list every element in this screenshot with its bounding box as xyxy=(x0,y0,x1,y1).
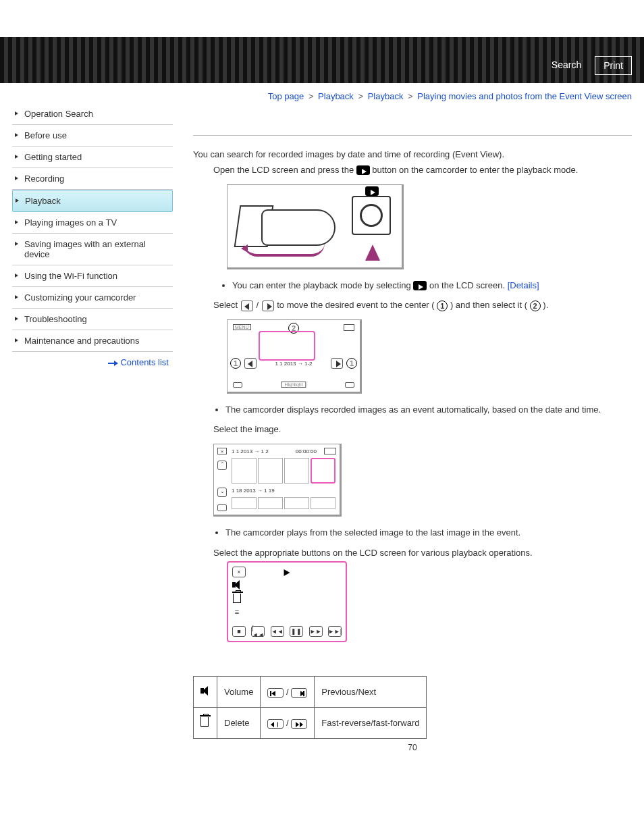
sidebar-item-recording[interactable]: Recording xyxy=(12,168,173,190)
switch-button-graphic xyxy=(324,448,336,454)
print-button[interactable]: Print xyxy=(595,56,632,75)
fast-forward-icon: ►► xyxy=(309,626,323,637)
cell-icon xyxy=(194,708,217,739)
sidebar-item-getting-started[interactable]: Getting started xyxy=(12,147,173,168)
nav-left-icon xyxy=(241,301,253,311)
header-band: Search Print xyxy=(0,37,644,83)
page-number: 70 xyxy=(193,743,632,752)
mode-button-graphic xyxy=(344,324,354,331)
nav-right-icon xyxy=(262,301,274,311)
playback-icon xyxy=(413,281,427,290)
fast-reverse-icon: ◄◄ xyxy=(271,626,284,637)
breadcrumb-playback-2[interactable]: Playback xyxy=(368,91,404,101)
breadcrumb: Top page > Playback > Playback > Playing… xyxy=(193,87,632,135)
prev-icon xyxy=(267,688,284,698)
next-icon xyxy=(291,688,307,698)
stop-icon: ■ xyxy=(232,626,246,637)
breadcrumb-current[interactable]: Playing movies and photos from the Event… xyxy=(417,91,632,101)
cell-icon: / xyxy=(261,708,315,739)
step-open-lcd: Open the LCD screen and press the button… xyxy=(213,163,632,178)
contents-list-link[interactable]: Contents list xyxy=(120,357,169,367)
table-row: Delete / Fast-reverse/fast-forward xyxy=(194,708,427,739)
sidebar-item-playing-tv[interactable]: Playing images on a TV xyxy=(12,212,173,234)
nav-right-icon xyxy=(331,358,343,369)
bottom-left-button-graphic xyxy=(233,382,242,388)
sidebar-item-playback[interactable]: Playback xyxy=(12,190,173,212)
sidebar: Operation Search Before use Getting star… xyxy=(0,83,173,367)
bullet-auto-event: The camcorder displays recorded images a… xyxy=(225,403,632,417)
sidebar-item-customizing[interactable]: Customizing your camcorder xyxy=(12,287,173,309)
arrow-right-icon xyxy=(108,363,117,364)
cell-label: Previous/Next xyxy=(315,677,427,708)
table-row: Volume / Previous/Next xyxy=(194,677,427,708)
arrow-up-icon xyxy=(365,244,380,261)
circled-1-icon: 1 xyxy=(437,301,448,311)
fast-reverse-icon xyxy=(267,719,284,729)
breadcrumb-top[interactable]: Top page xyxy=(268,91,304,101)
event-thumbnail-highlight xyxy=(259,331,315,361)
nav-left-icon xyxy=(244,358,257,369)
menu-button-graphic: MENU xyxy=(233,324,251,330)
next-icon: ►►| xyxy=(328,626,342,637)
details-link[interactable]: [Details] xyxy=(508,280,539,290)
figure-event-view: MENU 2 1 1 1 2013 → 1-2 1 Highlight xyxy=(227,319,362,394)
search-button[interactable]: Search xyxy=(543,56,589,75)
bottom-right-button-graphic xyxy=(345,382,354,388)
close-icon: × xyxy=(217,448,227,454)
context-icon: ≡ xyxy=(232,607,242,617)
close-icon: × xyxy=(232,567,246,577)
volume-icon xyxy=(232,580,242,590)
selected-thumbnail xyxy=(311,458,336,484)
sidebar-item-operation-search[interactable]: Operation Search xyxy=(12,103,173,125)
event-date-label: 1 1 2013 → 1-2 xyxy=(275,361,312,367)
play-icon xyxy=(284,569,290,576)
sidebar-item-maintenance[interactable]: Maintenance and precautions xyxy=(12,330,173,352)
bullet-enter-playback: You can enter the playback mode by selec… xyxy=(232,279,632,292)
intro-text: You can search for recorded images by da… xyxy=(193,148,632,162)
scroll-up-icon: ⌃ xyxy=(217,461,227,470)
playback-icon xyxy=(356,165,370,175)
scroll-down-icon: ⌄ xyxy=(217,488,227,497)
pause-icon: ❚❚ xyxy=(290,626,303,637)
divider xyxy=(193,135,632,136)
delete-icon xyxy=(200,717,209,727)
step-select-image: Select the image. xyxy=(213,423,632,437)
sidebar-item-saving-external[interactable]: Saving images with an external device xyxy=(12,234,173,265)
fast-forward-icon xyxy=(291,719,307,729)
operations-table: Volume / Previous/Next Delete / Fast-rev… xyxy=(193,676,427,739)
cell-label: Volume xyxy=(217,677,261,708)
sidebar-item-troubleshooting[interactable]: Troubleshooting xyxy=(12,309,173,330)
cell-label: Fast-reverse/fast-forward xyxy=(315,708,427,739)
circled-2-icon: 2 xyxy=(530,301,541,311)
content-area: Top page > Playback > Playback > Playing… xyxy=(173,83,644,766)
step-playback-ops: Select the appropriate buttons on the LC… xyxy=(213,546,632,561)
date-range-2: 1 18 2013 → 1 19 xyxy=(232,488,275,494)
cell-icon: / xyxy=(261,677,315,708)
figure-image-grid: × 1 1 2013 → 1 2 00:00:00 ⌃ ⌄ 1 18 2013 … xyxy=(213,444,342,517)
breadcrumb-playback-1[interactable]: Playback xyxy=(318,91,354,101)
sidebar-item-wifi[interactable]: Using the Wi-Fi function xyxy=(12,265,173,287)
volume-icon xyxy=(200,686,210,696)
bullet-plays-from: The camcorder plays from the selected im… xyxy=(225,526,632,540)
figure-camcorder xyxy=(227,184,404,269)
delete-icon xyxy=(232,594,242,603)
bottom-button-graphic xyxy=(217,504,227,511)
cell-icon xyxy=(194,677,217,708)
cell-label: Delete xyxy=(217,708,261,739)
circled-1-icon: 1 xyxy=(346,358,357,369)
timecode: 00:00:00 xyxy=(296,448,317,454)
prev-icon: |◄◄ xyxy=(251,626,265,637)
playback-icon xyxy=(365,186,379,196)
sidebar-item-before-use[interactable]: Before use xyxy=(12,125,173,147)
highlight-button-graphic: Highlight xyxy=(281,382,306,388)
step-select-event: Select / to move the desired event to th… xyxy=(213,298,632,313)
date-range-1: 1 1 2013 → 1 2 xyxy=(232,448,269,454)
circled-1-icon: 1 xyxy=(230,358,241,369)
figure-playback-controls: × ≡ ■ |◄◄ ◄◄ ❚❚ ►► ►►| xyxy=(227,561,347,642)
